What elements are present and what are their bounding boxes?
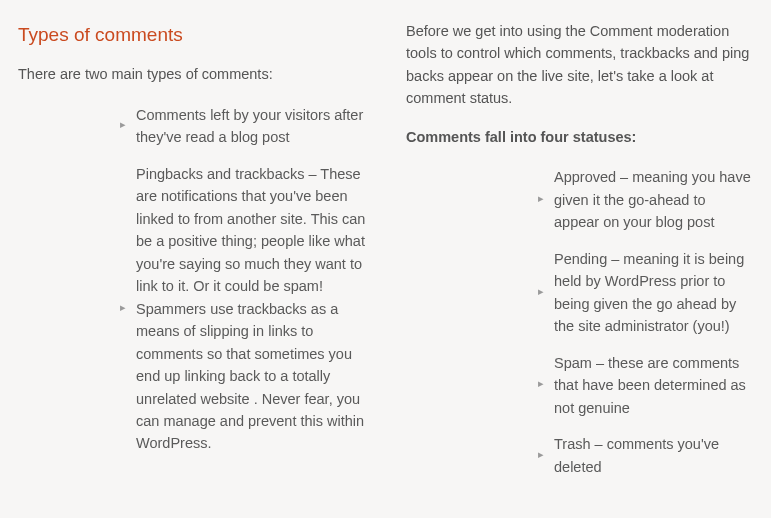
list-item: Pingbacks and trackbacks – These are not… [136,163,378,455]
list-item: Comments left by your visitors after the… [136,104,378,149]
left-intro-text: There are two main types of comments: [18,63,378,85]
right-intro-text: Before we get into using the Comment mod… [406,20,753,110]
column-right: Before we get into using the Comment mod… [406,20,753,492]
left-list: Comments left by your visitors after the… [18,104,378,455]
right-list: Approved – meaning you have given it the… [406,166,753,478]
content-container: Types of comments There are two main typ… [18,20,753,492]
list-item: Spam – these are comments that have been… [554,352,753,419]
column-left: Types of comments There are two main typ… [18,20,378,492]
list-item: Trash – comments you've deleted [554,433,753,478]
statuses-heading: Comments fall into four statuses: [406,126,753,148]
list-item: Pending – meaning it is being held by Wo… [554,248,753,338]
list-item: Approved – meaning you have given it the… [554,166,753,233]
heading-types-of-comments: Types of comments [18,20,378,49]
